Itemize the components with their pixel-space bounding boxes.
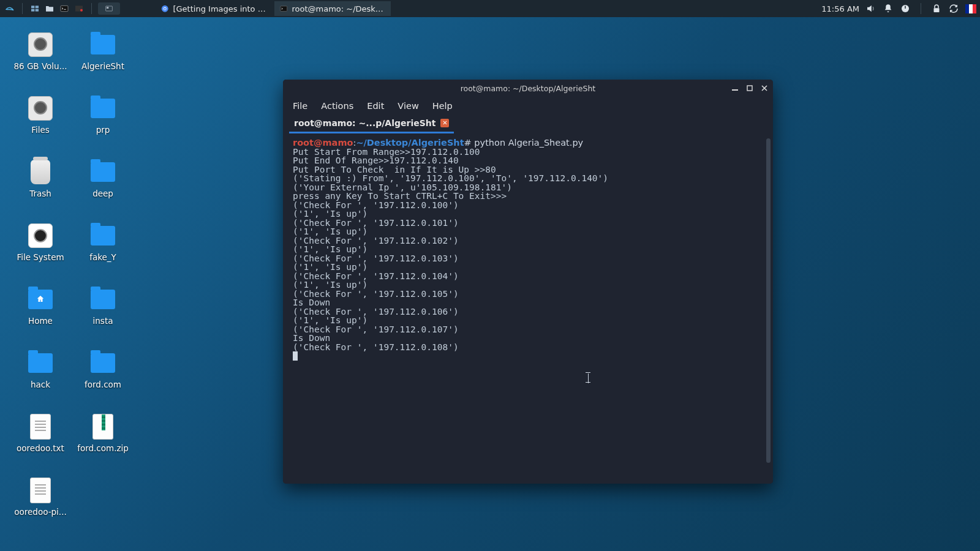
svg-rect-15 xyxy=(934,8,940,12)
panel-right: 11:56 AM xyxy=(821,3,976,14)
desktop-icon-label: Files xyxy=(31,125,50,135)
desktop-icon-ooredoopi[interactable]: ooredoo-pi... xyxy=(11,478,70,517)
desktop-icon-label: fake_Y xyxy=(89,252,116,262)
svg-rect-12 xyxy=(281,6,287,11)
desktop-icon-files[interactable]: Files xyxy=(11,96,70,135)
terminal-tab-label: root@mamo: ~...p/AlgerieSht xyxy=(294,118,435,128)
kazam-launcher-icon[interactable] xyxy=(73,2,85,15)
desktop-icon-home[interactable]: Home xyxy=(11,287,70,326)
text-file-icon xyxy=(28,478,53,503)
folder-icon xyxy=(90,96,116,121)
notifications-icon[interactable] xyxy=(883,3,894,14)
svg-rect-14 xyxy=(905,6,906,9)
terminal-body[interactable]: root@mamo:~/Desktop/AlgerieSht# python A… xyxy=(283,133,773,484)
desktop-icon-ooredoo[interactable]: ooredoo.txt xyxy=(11,414,70,453)
menu-actions[interactable]: Actions xyxy=(321,101,353,111)
flag-france-icon xyxy=(965,4,976,13)
desktop-icon-label: File System xyxy=(17,252,64,262)
menu-edit[interactable]: Edit xyxy=(367,101,384,111)
svg-rect-17 xyxy=(747,86,752,91)
separator xyxy=(22,3,23,14)
svg-rect-0 xyxy=(31,6,34,8)
desktop-icon-deep[interactable]: deep xyxy=(74,159,132,198)
desktop-icon-label: insta xyxy=(93,316,113,326)
menu-file[interactable]: File xyxy=(293,101,307,111)
top-panel: [Getting Images into Ma... root@mamo: ~/… xyxy=(0,0,980,17)
panel-left: [Getting Images into Ma... root@mamo: ~/… xyxy=(4,1,391,16)
desktop-icon-label: ooredoo-pi... xyxy=(14,507,66,517)
desktop-icon-label: 86 GB Volu... xyxy=(13,61,67,71)
desktop-icon-insta[interactable]: insta xyxy=(74,287,132,326)
files-launcher-icon[interactable] xyxy=(43,2,56,15)
menu-help[interactable]: Help xyxy=(432,101,453,111)
text-cursor-icon xyxy=(584,372,592,384)
svg-rect-16 xyxy=(732,89,738,91)
menubar: FileActionsEditViewHelp xyxy=(283,97,773,115)
volume-icon[interactable] xyxy=(865,3,876,14)
refresh-icon[interactable] xyxy=(948,3,959,14)
svg-rect-3 xyxy=(36,9,39,12)
desktop-icon-hack[interactable]: hack xyxy=(11,350,70,389)
power-icon[interactable] xyxy=(900,3,911,14)
folder-icon xyxy=(90,32,116,58)
terminal-icon xyxy=(279,4,288,13)
folder-icon xyxy=(90,223,116,249)
drive-icon xyxy=(28,96,53,121)
workspace-switcher-icon[interactable] xyxy=(98,2,120,15)
desktop-icon-label: Trash xyxy=(29,189,51,198)
minimize-button[interactable] xyxy=(730,83,740,93)
drive-icon xyxy=(28,32,53,58)
tabbar: root@mamo: ~...p/AlgerieSht ✕ xyxy=(283,115,773,133)
close-button[interactable] xyxy=(760,83,769,93)
maximize-button[interactable] xyxy=(745,83,755,93)
svg-rect-4 xyxy=(61,6,68,11)
desktop-icon-trash[interactable]: Trash xyxy=(11,159,70,198)
desktop-icon-volume[interactable]: 86 GB Volu... xyxy=(11,32,70,71)
desktop-icon-label: ooredoo.txt xyxy=(17,443,64,453)
kali-menu-icon[interactable] xyxy=(4,2,16,15)
taskbar-browser-label: [Getting Images into Ma... xyxy=(173,4,267,13)
desktop-icon-label: ford.com.zip xyxy=(77,443,129,453)
terminal-launcher-icon[interactable] xyxy=(58,2,70,15)
svg-rect-8 xyxy=(107,7,108,9)
desktop-icon-label: prp xyxy=(96,125,110,135)
scrollbar[interactable] xyxy=(766,138,771,463)
menu-view[interactable]: View xyxy=(398,101,418,111)
separator xyxy=(921,3,921,14)
separator xyxy=(91,3,92,14)
desktop-icon-label: hack xyxy=(31,380,50,389)
clock[interactable]: 11:56 AM xyxy=(821,4,859,13)
desktop-icon-fakey[interactable]: fake_Y xyxy=(74,223,132,262)
lock-icon[interactable] xyxy=(931,3,942,14)
archive-icon xyxy=(90,414,116,440)
folder-icon xyxy=(90,350,116,376)
chrome-icon xyxy=(160,4,169,13)
desktop-icon-fordcom[interactable]: ford.com xyxy=(74,350,132,389)
desktop-icon-label: Home xyxy=(28,316,53,326)
folder-icon xyxy=(28,350,53,376)
folder-icon xyxy=(90,159,116,185)
desktop-icon-filesys[interactable]: File System xyxy=(11,223,70,262)
taskbar-terminal-label: root@mamo: ~/Desktop... xyxy=(292,4,386,13)
desktop-icon-algeriesht[interactable]: AlgerieSht xyxy=(74,32,132,71)
desktop-icon-fordzip[interactable]: ford.com.zip xyxy=(74,414,132,453)
svg-rect-2 xyxy=(31,9,34,12)
desktop-icon-label: ford.com xyxy=(85,380,121,389)
svg-point-6 xyxy=(80,9,83,12)
desktop-icon-prp[interactable]: prp xyxy=(74,96,132,135)
terminal-window: root@mamo: ~/Desktop/AlgerieSht FileActi… xyxy=(283,80,773,484)
keyboard-layout-icon[interactable] xyxy=(965,3,976,14)
tab-close-icon[interactable]: ✕ xyxy=(440,119,449,127)
window-controls xyxy=(730,80,769,97)
desktop-icon-label: AlgerieSht xyxy=(81,61,124,71)
taskbar-terminal[interactable]: root@mamo: ~/Desktop... xyxy=(274,1,391,16)
filesystem-icon xyxy=(28,223,53,249)
taskbar-browser[interactable]: [Getting Images into Ma... xyxy=(156,1,272,16)
titlebar[interactable]: root@mamo: ~/Desktop/AlgerieSht xyxy=(283,80,773,97)
text-file-icon xyxy=(28,414,53,440)
show-desktop-icon[interactable] xyxy=(29,2,41,15)
home-folder-icon xyxy=(28,287,53,312)
window-title: root@mamo: ~/Desktop/AlgerieSht xyxy=(461,84,596,93)
terminal-tab[interactable]: root@mamo: ~...p/AlgerieSht ✕ xyxy=(289,116,454,133)
terminal-output: root@mamo:~/Desktop/AlgerieSht# python A… xyxy=(293,138,767,361)
